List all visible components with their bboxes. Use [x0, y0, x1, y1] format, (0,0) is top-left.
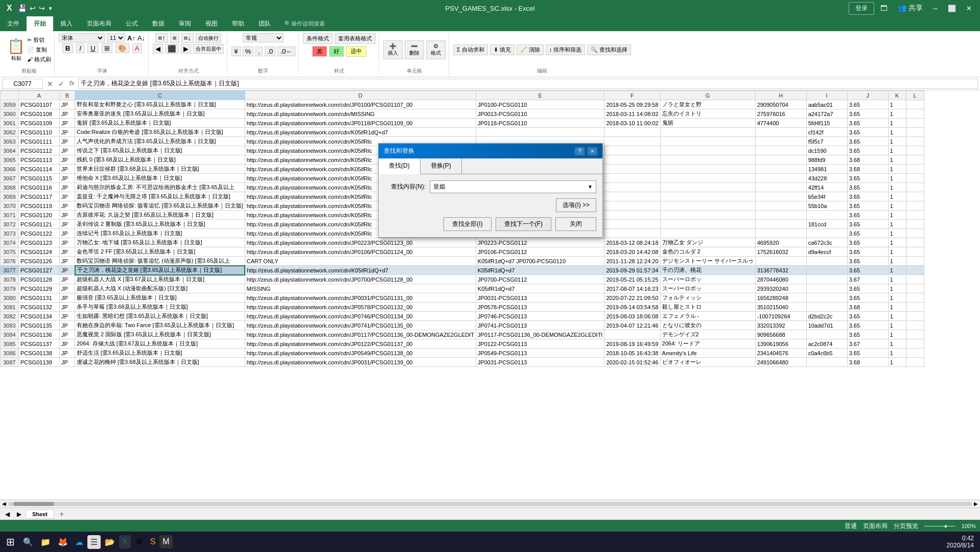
cell-3080-4[interactable]: JP0031-PCSG0113: [476, 293, 604, 303]
options-button[interactable]: 选项(I) >>: [556, 198, 596, 212]
cell-3081-11[interactable]: [906, 303, 924, 312]
cell-3078-7[interactable]: 2870446080: [755, 275, 806, 284]
cell-3076-0[interactable]: PCSG01126: [19, 257, 60, 266]
cell-3073-6[interactable]: [660, 229, 755, 238]
cell-3061-0[interactable]: PCSG01109: [19, 119, 60, 128]
row-number-3078[interactable]: 3078: [1, 275, 19, 284]
ribbon-toggle-icon[interactable]: 🗔: [876, 2, 892, 14]
cell-3080-1[interactable]: JP: [60, 293, 75, 303]
col-header-d[interactable]: D: [245, 91, 476, 100]
cell-3075-11[interactable]: [906, 247, 924, 257]
cell-3081-6[interactable]: 殺し屋とストロ: [660, 303, 755, 312]
row-number-3077[interactable]: 3077: [1, 266, 19, 275]
cell-3082-1[interactable]: JP: [60, 312, 75, 321]
row-number-3067[interactable]: 3067: [1, 174, 19, 183]
cell-3060-8[interactable]: a24172a7: [806, 109, 847, 119]
tab-find[interactable]: 查找(D): [379, 158, 421, 174]
cell-3077-4[interactable]: K05ifR1dQ+d7: [476, 266, 604, 275]
cell-3083-5[interactable]: 2019-04-07 12:21:46: [604, 321, 660, 330]
sheet-nav-left[interactable]: ◀: [2, 510, 13, 519]
cell-3085-2[interactable]: 2064: 存储大战 [需3.67及以上系统版本｜日文版]: [75, 339, 245, 349]
cell-3087-7[interactable]: 2491066480: [755, 358, 806, 367]
cell-3070-9[interactable]: 3.65: [847, 201, 888, 211]
cell-3086-5[interactable]: 2018-10-05 16:43:38: [604, 349, 660, 358]
cell-3072-0[interactable]: PCSG01121: [19, 220, 60, 229]
row-number-3075[interactable]: 3075: [1, 247, 19, 257]
cell-3065-10[interactable]: 1: [888, 155, 906, 165]
cell-3069-6[interactable]: [660, 192, 755, 201]
cell-3081-8[interactable]: [806, 303, 847, 312]
row-number-3068[interactable]: 3068: [1, 183, 19, 192]
pycharm-btn[interactable]: 🖥: [132, 535, 146, 548]
autosum-btn[interactable]: Σ 自动求和: [453, 44, 488, 55]
col-header-l[interactable]: L: [906, 91, 924, 100]
cell-3082-9[interactable]: 3.65: [847, 312, 888, 321]
cell-3084-9[interactable]: 3.65: [847, 330, 888, 339]
cell-3062-0[interactable]: PCSG01110: [19, 128, 60, 137]
cell-3062-3[interactable]: http://zeus.dl.playstationnetwork.com/cd…: [245, 128, 476, 137]
cell-3085-0[interactable]: PCSG01137: [19, 339, 60, 349]
cell-3059-3[interactable]: http://zeus.dl.playstationnetwork.com/cd…: [245, 100, 476, 109]
italic-btn[interactable]: I: [76, 43, 84, 53]
cell-3069-7[interactable]: [755, 192, 806, 201]
cell-3062-5[interactable]: [604, 128, 660, 137]
cell-3071-8[interactable]: [806, 211, 847, 220]
cell-3081-5[interactable]: 2019-09-14 03:54:58: [604, 303, 660, 312]
tab-review[interactable]: 审阅: [172, 16, 198, 31]
cell-3064-9[interactable]: 3.65: [847, 146, 888, 155]
cell-3061-2[interactable]: 鬼斩 [需3.65及以上系统版本｜日文版]: [75, 119, 245, 128]
cell-3067-5[interactable]: [604, 174, 660, 183]
format-painter-btn[interactable]: 🖌 格式刷: [27, 56, 51, 63]
cell-3060-10[interactable]: 1: [888, 109, 906, 119]
cell-3084-10[interactable]: 1: [888, 330, 906, 339]
cell-3068-8[interactable]: 42ff14: [806, 183, 847, 192]
cell-3075-4[interactable]: JP0106-PCSG0112: [476, 247, 604, 257]
cell-3087-0[interactable]: PCSG01139: [19, 358, 60, 367]
cell-3077-1[interactable]: JP: [60, 266, 75, 275]
cell-3072-5[interactable]: [604, 220, 660, 229]
cell-3081-2[interactable]: 杀手与草莓 [需3.68及以上系统版本｜日文版]: [75, 303, 245, 312]
cell-3072-7[interactable]: [755, 220, 806, 229]
cell-3078-3[interactable]: http://zeus.dl.playstationnetwork.com/cd…: [245, 275, 476, 284]
page-break-btn[interactable]: 分页预览: [894, 522, 918, 531]
font-size-select[interactable]: 11: [107, 33, 125, 42]
fill-btn[interactable]: ⬇ 填充: [490, 44, 515, 55]
cell-3077-3[interactable]: http://zeus.dl.playstationnetwork.com/cd…: [245, 266, 476, 275]
cell-3080-0[interactable]: PCSG01131: [19, 293, 60, 303]
sheet-nav-right[interactable]: ▶: [14, 510, 25, 519]
cell-3082-2[interactable]: 生如朝露: 黑暗幻想 [需3.65及以上系统版本｜日文版]: [75, 312, 245, 321]
search-combo-arrow[interactable]: ▼: [588, 184, 593, 190]
cell-3062-6[interactable]: [660, 128, 755, 137]
cell-3071-1[interactable]: JP: [60, 211, 75, 220]
cell-3065-9[interactable]: 3.68: [847, 155, 888, 165]
cell-3077-2[interactable]: 千之刃涛，桃花染之皇姬 [需3.65及以上系统版本｜日文版]: [75, 266, 245, 275]
cell-3087-6[interactable]: ピオフィオーレ: [660, 358, 755, 367]
cell-3087-11[interactable]: [906, 358, 924, 367]
cell-3064-6[interactable]: [660, 146, 755, 155]
cell-3074-7[interactable]: 4695920: [755, 238, 806, 247]
cell-3066-10[interactable]: 1: [888, 165, 906, 174]
cell-3086-7[interactable]: 2341404576: [755, 349, 806, 358]
cell-3071-11[interactable]: [906, 211, 924, 220]
row-number-3065[interactable]: 3065: [1, 155, 19, 165]
align-top-btn[interactable]: ≡↑: [155, 33, 168, 43]
cell-3074-2[interactable]: 万物乙女: 地下城 [需3.65及以上系统版本｜日文版]: [75, 238, 245, 247]
cell-3073-11[interactable]: [906, 229, 924, 238]
percent-btn[interactable]: %: [243, 47, 254, 56]
cell-3082-8[interactable]: d2bd2c2c: [806, 312, 847, 321]
start-button[interactable]: ⊞: [2, 534, 19, 550]
cell-3070-0[interactable]: PCSG01119: [19, 201, 60, 211]
conditional-format-btn[interactable]: 条件格式: [303, 33, 333, 44]
row-number-3071[interactable]: 3071: [1, 211, 19, 220]
formula-input[interactable]: 千之刃涛，桃花染之皇姬 [需3.65及以上系统版本｜日文版]: [78, 79, 978, 89]
cell-3064-5[interactable]: [604, 146, 660, 155]
cell-3074-4[interactable]: JP0223-PCSG0112: [476, 238, 604, 247]
cell-3070-8[interactable]: 55b10a: [806, 201, 847, 211]
row-number-3087[interactable]: 3087: [1, 358, 19, 367]
cell-3082-4[interactable]: JP0746-PCSG0113: [476, 312, 604, 321]
style-bad[interactable]: 差: [312, 46, 327, 57]
cell-3061-8[interactable]: 5fd4f115: [806, 119, 847, 128]
cell-3075-6[interactable]: 金色のコルダ 2: [660, 247, 755, 257]
share-icon[interactable]: 👥 共享: [894, 2, 927, 15]
scroll-left-icon[interactable]: ◀: [2, 501, 6, 507]
